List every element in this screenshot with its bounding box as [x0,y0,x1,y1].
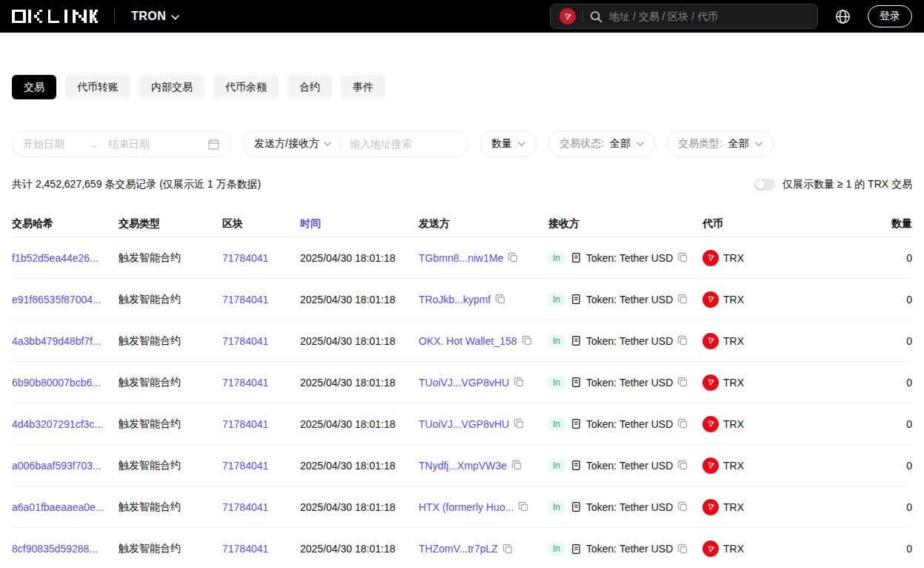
copy-icon[interactable] [677,501,688,512]
tab-token-balances[interactable]: 代币余额 [213,75,279,99]
transactions-table: 交易哈希 交易类型 区块 时间 发送方 接收方 代币 数量 f1b52d5ea4… [12,211,912,568]
calendar-icon[interactable] [207,138,220,151]
to-address[interactable]: Token: Tether USD [586,252,673,264]
copy-icon[interactable] [518,501,529,512]
col-header-time[interactable]: 时间 [300,217,419,231]
arrow-right-icon: → [87,138,98,151]
tron-network-icon[interactable] [559,8,576,24]
copy-icon[interactable] [677,418,688,429]
from-address-link[interactable]: HTX (formerly Huo... [419,501,513,513]
tx-type: 触发智能合约 [119,417,222,431]
to-address[interactable]: Token: Tether USD [586,294,673,306]
end-date-input[interactable] [108,138,207,150]
tab-contracts[interactable]: 合约 [287,75,332,99]
copy-icon[interactable] [502,544,513,555]
tx-hash-link[interactable]: e91f86535f87004... [12,294,119,306]
copy-icon[interactable] [511,460,522,471]
from-address-link[interactable]: OKX. Hot Wallet_158 [419,335,517,347]
table-row: e91f86535f87004... 触发智能合约 71784041 2025/… [12,279,912,320]
from-address-link[interactable]: TNydfj...XmpVW3e [419,460,507,472]
tx-hash-link[interactable]: 4a3bb479d48bf7f... [12,335,119,347]
amount-filter-dropdown[interactable]: 数量 [480,131,536,157]
tx-time: 2025/04/30 18:01:18 [300,252,419,264]
to-address[interactable]: Token: Tether USD [586,460,673,472]
token-symbol: TRX [723,294,744,306]
copy-icon[interactable] [495,294,506,305]
block-link[interactable]: 71784041 [222,543,300,555]
direction-dropdown[interactable]: 发送方/接收方 [254,137,331,151]
token-symbol: TRX [723,501,744,513]
type-filter-dropdown[interactable]: 交易类型: 全部 [667,131,774,157]
to-address[interactable]: Token: Tether USD [586,418,673,430]
search-input[interactable] [609,10,808,22]
direction-badge: In [548,542,565,555]
start-date-input[interactable] [23,138,82,150]
tab-transactions[interactable]: 交易 [12,75,56,99]
tab-internal-transactions[interactable]: 内部交易 [139,75,205,99]
oklink-logo[interactable] [12,8,98,24]
copy-icon[interactable] [522,335,533,346]
tx-hash-link[interactable]: 6b90b80007bcb6... [12,377,119,389]
tx-hash-link[interactable]: 8cf90835d59288... [12,543,119,555]
to-address[interactable]: Token: Tether USD [586,377,673,389]
contract-icon [571,460,582,471]
copy-icon[interactable] [508,252,519,263]
token-symbol: TRX [723,460,744,472]
copy-icon[interactable] [677,377,688,388]
global-search[interactable] [550,4,818,29]
to-address[interactable]: Token: Tether USD [586,501,673,513]
login-button[interactable]: 登录 [868,5,912,27]
block-link[interactable]: 71784041 [222,335,300,347]
block-link[interactable]: 71784041 [222,418,300,430]
block-link[interactable]: 71784041 [222,377,300,389]
copy-icon[interactable] [677,335,688,346]
table-row: a6a01fbaeaaea0e... 触发智能合约 71784041 2025/… [12,486,912,528]
col-header-from: 发送方 [419,217,548,231]
block-link[interactable]: 71784041 [222,252,300,264]
tab-token-transfers[interactable]: 代币转账 [65,75,130,99]
contract-icon [571,377,582,388]
block-link[interactable]: 71784041 [222,501,300,513]
from-address-link[interactable]: TUoiVJ...VGP8vHU [419,418,509,430]
from-address-link[interactable]: THZomV...tr7pLZ [419,543,498,555]
chevron-down-icon [171,10,179,23]
copy-icon[interactable] [677,252,688,263]
contract-icon [571,501,582,512]
tx-type: 触发智能合约 [119,459,222,472]
trx-token-icon [702,458,719,474]
network-selector[interactable]: TRON [131,10,179,23]
direction-badge: In [548,293,565,306]
tab-events[interactable]: 事件 [341,75,385,99]
copy-icon[interactable] [677,294,688,305]
col-header-type: 交易类型 [119,217,222,231]
language-globe-icon[interactable] [834,8,851,25]
from-address-link[interactable]: TUoiVJ...VGP8vHU [419,377,509,389]
direction-badge: In [548,417,565,431]
total-records-text: 共计 2,452,627,659 条交易记录 (仅展示近 1 万条数据) [12,178,261,191]
top-navbar: TRON 登录 [0,0,924,33]
tx-hash-link[interactable]: a006baaf593f703... [12,460,119,472]
to-address[interactable]: Token: Tether USD [586,335,673,347]
tx-type: 触发智能合约 [119,376,222,389]
divider [582,10,583,22]
to-address[interactable]: Token: Tether USD [586,543,673,555]
tx-hash-link[interactable]: f1b52d5ea44e26... [12,252,119,264]
trx-only-toggle[interactable] [754,179,775,191]
tx-amount: 0 [800,543,912,555]
copy-icon[interactable] [677,544,688,555]
date-range-filter[interactable]: → [12,131,231,157]
from-address-link[interactable]: TGbmn8...niw1Me [419,252,503,264]
copy-icon[interactable] [513,418,525,429]
address-search-input[interactable] [350,138,457,150]
status-filter-dropdown[interactable]: 交易状态: 全部 [548,131,655,157]
copy-icon[interactable] [677,460,688,471]
chevron-down-icon [518,142,525,146]
copy-icon[interactable] [513,377,525,388]
tx-hash-link[interactable]: 4d4b3207291cf3c... [12,418,119,430]
block-link[interactable]: 71784041 [222,460,300,472]
block-link[interactable]: 71784041 [222,294,300,306]
tx-hash-link[interactable]: a6a01fbaeaaea0e... [12,501,119,513]
direction-badge: In [548,251,565,265]
chevron-down-icon [755,142,762,146]
from-address-link[interactable]: TRoJkb...kypmf [419,294,491,306]
